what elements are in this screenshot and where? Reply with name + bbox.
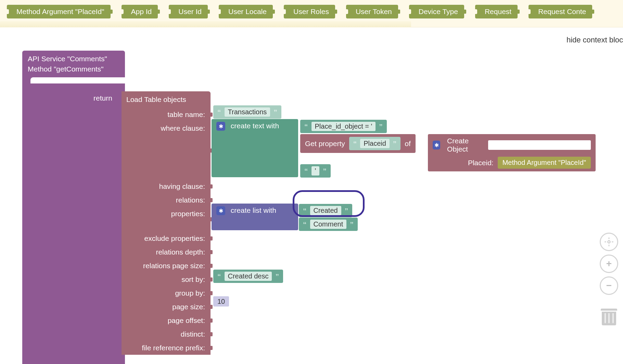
row-properties: properties: [122,207,211,232]
row-page-size: page size: [122,300,211,314]
context-block-requestcontext[interactable]: Request Conte [529,5,592,18]
where1-value[interactable]: Place_id_object = ' [312,122,376,131]
row-having-clause: having clause: [122,180,211,193]
text-literal-where3[interactable]: “ ' ” [300,164,331,178]
gear-icon[interactable] [216,122,225,131]
context-block-placeid[interactable]: Method Argument "PlaceId" [7,5,111,18]
create-text-with-block[interactable]: create text with [212,119,298,177]
row-relations-page-size: relations page size: [122,259,211,273]
closequote-icon: ” [393,140,397,148]
created-value[interactable]: Created [310,206,341,215]
row-page-offset: page offset: [122,314,211,327]
openquote-icon: “ [217,272,221,281]
create-list-with-block[interactable]: create list with [212,204,298,230]
pagesize-value[interactable]: 10 [213,296,229,307]
text-literal-created[interactable]: “ Created ” [299,204,352,217]
closequote-icon: ” [345,207,348,215]
row-table-name: table name: [122,108,211,121]
api-service-block[interactable]: API Service "Comments" Method "getCommen… [22,51,125,86]
text-literal-sortby[interactable]: “ Created desc ” [213,270,283,283]
context-block-userlocale[interactable]: User Locale [219,5,273,18]
text-literal-tablename[interactable]: “ Transactions ” [213,105,281,119]
text-literal-placeid[interactable]: “ Placeid ” [349,137,401,150]
placeid-param-label: Placeid: [468,159,494,167]
openquote-icon: “ [217,108,221,116]
hide-context-blocks-link[interactable]: hide context bloc [562,34,623,47]
row-group-by: group by: [122,286,211,300]
get-property-block[interactable]: Get property “ Placeid ” of [300,134,416,153]
context-block-userroles[interactable]: User Roles [284,5,335,18]
context-block-appid[interactable]: App Id [122,5,158,18]
create-list-with-label: create list with [231,206,276,214]
gear-icon[interactable] [433,141,440,150]
placeid-value[interactable]: Placeid [360,139,390,148]
comment-value[interactable]: Comment [310,220,347,229]
of-label: of [405,140,411,148]
row-relations: relations: [122,193,211,207]
sortby-value[interactable]: Created desc [225,272,272,281]
text-literal-where1[interactable]: “ Place_id_object = ' ” [300,120,387,133]
closequote-icon: ” [379,122,383,131]
context-block-request[interactable]: Request [475,5,518,18]
openquote-icon: “ [303,220,307,229]
workspace-canvas[interactable]: API Service "Comments" Method "getCommen… [19,48,596,364]
api-method-title: Method "getComments" [28,65,119,73]
row-where-clause: where clause: [122,121,211,180]
api-service-block-body[interactable] [22,81,125,364]
load-table-title: Load Table objects [122,91,211,108]
row-exclude-properties: exclude properties: [122,232,211,245]
tablename-value[interactable]: Transactions [225,107,270,117]
context-blocks-bar: Method Argument "PlaceId" App Id User Id… [0,0,623,27]
create-text-with-label: create text with [231,122,279,130]
svg-point-0 [608,241,610,243]
context-block-userid[interactable]: User Id [169,5,208,18]
closequote-icon: ” [350,220,354,229]
row-relations-depth: relations depth: [122,245,211,259]
create-object-slot[interactable] [488,140,591,150]
gear-icon[interactable] [216,206,225,215]
row-file-reference-prefix: file reference prefix: [122,341,211,355]
center-view-icon[interactable] [600,233,618,251]
create-object-block[interactable]: Create Object Placeid: Method Argument "… [428,134,596,171]
return-label: return [93,94,112,102]
number-literal-pagesize[interactable]: 10 [213,298,229,306]
context-block-devicetype[interactable]: Device Type [409,5,464,18]
api-service-title: API Service "Comments" [28,55,119,63]
openquote-icon: “ [353,140,357,148]
canvas-tools: + − [600,233,618,325]
text-literal-comment[interactable]: “ Comment ” [299,218,358,231]
closequote-icon: ” [275,272,279,281]
create-object-label: Create Object [447,137,485,153]
openquote-icon: “ [304,167,308,175]
method-argument-placeid-inline[interactable]: Method Argument "PlaceId" [498,157,591,169]
context-block-usertoken[interactable]: User Token [346,5,398,18]
where3-value[interactable]: ' [312,166,320,176]
closequote-icon: ” [274,108,277,116]
get-property-label: Get property [305,140,345,148]
row-sort-by: sort by: [122,273,211,286]
zoom-out-icon[interactable]: − [600,276,618,295]
zoom-in-icon[interactable]: + [600,255,618,273]
trash-icon[interactable] [601,309,617,325]
openquote-icon: “ [304,122,308,131]
closequote-icon: ” [323,167,327,175]
load-table-block[interactable]: Load Table objects table name: where cla… [122,91,211,355]
context-scrollbar[interactable] [0,21,411,27]
row-distinct: distinct: [122,327,211,341]
openquote-icon: “ [303,207,307,215]
